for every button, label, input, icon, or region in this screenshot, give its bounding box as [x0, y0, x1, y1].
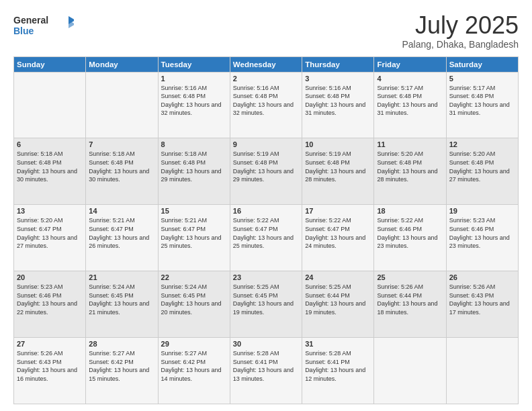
day-number: 25: [377, 273, 443, 281]
day-number: 11: [377, 140, 443, 148]
calendar-cell: 28Sunrise: 5:27 AM Sunset: 6:42 PM Dayli…: [86, 338, 158, 404]
day-number: 24: [305, 273, 371, 281]
day-number: 2: [233, 75, 299, 83]
week-row-4: 20Sunrise: 5:23 AM Sunset: 6:46 PM Dayli…: [14, 271, 519, 338]
day-info: Sunrise: 5:22 AM Sunset: 6:46 PM Dayligh…: [377, 216, 443, 250]
weekday-wednesday: Wednesday: [230, 56, 302, 72]
day-number: 22: [161, 273, 227, 281]
day-number: 10: [305, 140, 371, 148]
day-info: Sunrise: 5:19 AM Sunset: 6:48 PM Dayligh…: [233, 150, 299, 183]
day-info: Sunrise: 5:28 AM Sunset: 6:41 PM Dayligh…: [233, 349, 299, 383]
calendar-cell: 19Sunrise: 5:23 AM Sunset: 6:46 PM Dayli…: [446, 205, 518, 271]
day-info: Sunrise: 5:20 AM Sunset: 6:47 PM Dayligh…: [17, 216, 83, 250]
calendar-cell: [374, 338, 446, 404]
week-row-1: 1Sunrise: 5:16 AM Sunset: 6:48 PM Daylig…: [14, 72, 519, 138]
calendar-cell: 29Sunrise: 5:27 AM Sunset: 6:42 PM Dayli…: [158, 338, 230, 404]
svg-text:General: General: [13, 15, 48, 26]
calendar-cell: 13Sunrise: 5:20 AM Sunset: 6:47 PM Dayli…: [14, 205, 86, 271]
calendar-cell: 2Sunrise: 5:16 AM Sunset: 6:48 PM Daylig…: [230, 72, 302, 138]
day-number: 21: [89, 273, 154, 281]
week-row-3: 13Sunrise: 5:20 AM Sunset: 6:47 PM Dayli…: [14, 205, 519, 271]
day-info: Sunrise: 5:23 AM Sunset: 6:46 PM Dayligh…: [17, 283, 83, 316]
week-row-5: 27Sunrise: 5:26 AM Sunset: 6:43 PM Dayli…: [14, 338, 519, 404]
day-info: Sunrise: 5:16 AM Sunset: 6:48 PM Dayligh…: [305, 84, 371, 118]
calendar-cell: 21Sunrise: 5:24 AM Sunset: 6:45 PM Dayli…: [86, 271, 158, 338]
day-number: 4: [377, 75, 443, 83]
day-number: 8: [161, 140, 227, 148]
calendar-cell: 5Sunrise: 5:17 AM Sunset: 6:48 PM Daylig…: [446, 72, 518, 138]
calendar-cell: 9Sunrise: 5:19 AM Sunset: 6:48 PM Daylig…: [230, 138, 302, 205]
calendar-cell: 30Sunrise: 5:28 AM Sunset: 6:41 PM Dayli…: [230, 338, 302, 404]
calendar-cell: 24Sunrise: 5:25 AM Sunset: 6:44 PM Dayli…: [302, 271, 374, 338]
day-number: 27: [17, 340, 83, 348]
weekday-friday: Friday: [374, 56, 446, 72]
calendar-cell: 15Sunrise: 5:21 AM Sunset: 6:47 PM Dayli…: [158, 205, 230, 271]
calendar-cell: 27Sunrise: 5:26 AM Sunset: 6:43 PM Dayli…: [14, 338, 86, 404]
day-info: Sunrise: 5:23 AM Sunset: 6:46 PM Dayligh…: [449, 216, 515, 250]
svg-text:Blue: Blue: [13, 26, 34, 36]
day-number: 20: [17, 273, 83, 281]
calendar-cell: 23Sunrise: 5:25 AM Sunset: 6:45 PM Dayli…: [230, 271, 302, 338]
day-info: Sunrise: 5:18 AM Sunset: 6:48 PM Dayligh…: [89, 150, 154, 183]
general-blue-logo-svg: General Blue: [13, 12, 74, 42]
day-info: Sunrise: 5:22 AM Sunset: 6:47 PM Dayligh…: [305, 216, 371, 250]
day-info: Sunrise: 5:19 AM Sunset: 6:48 PM Dayligh…: [305, 150, 371, 183]
day-info: Sunrise: 5:26 AM Sunset: 6:44 PM Dayligh…: [377, 283, 443, 316]
calendar-cell: 22Sunrise: 5:24 AM Sunset: 6:45 PM Dayli…: [158, 271, 230, 338]
day-info: Sunrise: 5:26 AM Sunset: 6:43 PM Dayligh…: [449, 283, 515, 316]
day-info: Sunrise: 5:20 AM Sunset: 6:48 PM Dayligh…: [377, 150, 443, 183]
calendar-cell: 14Sunrise: 5:21 AM Sunset: 6:47 PM Dayli…: [86, 205, 158, 271]
day-number: 5: [449, 75, 515, 83]
weekday-row: SundayMondayTuesdayWednesdayThursdayFrid…: [14, 56, 519, 72]
day-info: Sunrise: 5:24 AM Sunset: 6:45 PM Dayligh…: [89, 283, 154, 316]
calendar-table: SundayMondayTuesdayWednesdayThursdayFrid…: [13, 56, 519, 404]
day-info: Sunrise: 5:16 AM Sunset: 6:48 PM Dayligh…: [161, 84, 227, 118]
day-info: Sunrise: 5:25 AM Sunset: 6:45 PM Dayligh…: [233, 283, 299, 316]
calendar-cell: 4Sunrise: 5:17 AM Sunset: 6:48 PM Daylig…: [374, 72, 446, 138]
weekday-sunday: Sunday: [14, 56, 86, 72]
day-number: 13: [17, 207, 83, 215]
calendar-body: 1Sunrise: 5:16 AM Sunset: 6:48 PM Daylig…: [14, 72, 519, 404]
calendar-cell: 6Sunrise: 5:18 AM Sunset: 6:48 PM Daylig…: [14, 138, 86, 205]
day-info: Sunrise: 5:27 AM Sunset: 6:42 PM Dayligh…: [89, 349, 154, 383]
day-info: Sunrise: 5:28 AM Sunset: 6:41 PM Dayligh…: [305, 349, 371, 383]
day-info: Sunrise: 5:21 AM Sunset: 6:47 PM Dayligh…: [89, 216, 154, 250]
weekday-thursday: Thursday: [302, 56, 374, 72]
day-number: 18: [377, 207, 443, 215]
weekday-saturday: Saturday: [446, 56, 518, 72]
calendar-cell: 11Sunrise: 5:20 AM Sunset: 6:48 PM Dayli…: [374, 138, 446, 205]
calendar-cell: [14, 72, 86, 138]
day-info: Sunrise: 5:26 AM Sunset: 6:43 PM Dayligh…: [17, 349, 83, 383]
day-number: 17: [305, 207, 371, 215]
day-number: 31: [305, 340, 371, 348]
logo: General Blue: [13, 12, 74, 42]
day-number: 6: [17, 140, 83, 148]
page: General Blue July 2025 Palang, Dhaka, Ba…: [0, 0, 532, 411]
day-info: Sunrise: 5:22 AM Sunset: 6:47 PM Dayligh…: [233, 216, 299, 250]
calendar-cell: 16Sunrise: 5:22 AM Sunset: 6:47 PM Dayli…: [230, 205, 302, 271]
day-info: Sunrise: 5:17 AM Sunset: 6:48 PM Dayligh…: [449, 84, 515, 118]
calendar-cell: [446, 338, 518, 404]
calendar-cell: 8Sunrise: 5:18 AM Sunset: 6:48 PM Daylig…: [158, 138, 230, 205]
day-info: Sunrise: 5:18 AM Sunset: 6:48 PM Dayligh…: [161, 150, 227, 183]
day-info: Sunrise: 5:17 AM Sunset: 6:48 PM Dayligh…: [377, 84, 443, 118]
day-number: 1: [161, 75, 227, 83]
day-number: 28: [89, 340, 154, 348]
day-number: 19: [449, 207, 515, 215]
day-info: Sunrise: 5:20 AM Sunset: 6:48 PM Dayligh…: [449, 150, 515, 183]
calendar-cell: 1Sunrise: 5:16 AM Sunset: 6:48 PM Daylig…: [158, 72, 230, 138]
day-number: 26: [449, 273, 515, 281]
day-number: 29: [161, 340, 227, 348]
calendar-header: SundayMondayTuesdayWednesdayThursdayFrid…: [14, 56, 519, 72]
calendar-cell: 12Sunrise: 5:20 AM Sunset: 6:48 PM Dayli…: [446, 138, 518, 205]
day-number: 23: [233, 273, 299, 281]
calendar-cell: 10Sunrise: 5:19 AM Sunset: 6:48 PM Dayli…: [302, 138, 374, 205]
day-info: Sunrise: 5:25 AM Sunset: 6:44 PM Dayligh…: [305, 283, 371, 316]
week-row-2: 6Sunrise: 5:18 AM Sunset: 6:48 PM Daylig…: [14, 138, 519, 205]
header: General Blue July 2025 Palang, Dhaka, Ba…: [13, 12, 519, 50]
calendar-cell: 17Sunrise: 5:22 AM Sunset: 6:47 PM Dayli…: [302, 205, 374, 271]
month-title: July 2025: [402, 12, 519, 39]
day-info: Sunrise: 5:16 AM Sunset: 6:48 PM Dayligh…: [233, 84, 299, 118]
day-number: 30: [233, 340, 299, 348]
calendar-cell: 26Sunrise: 5:26 AM Sunset: 6:43 PM Dayli…: [446, 271, 518, 338]
